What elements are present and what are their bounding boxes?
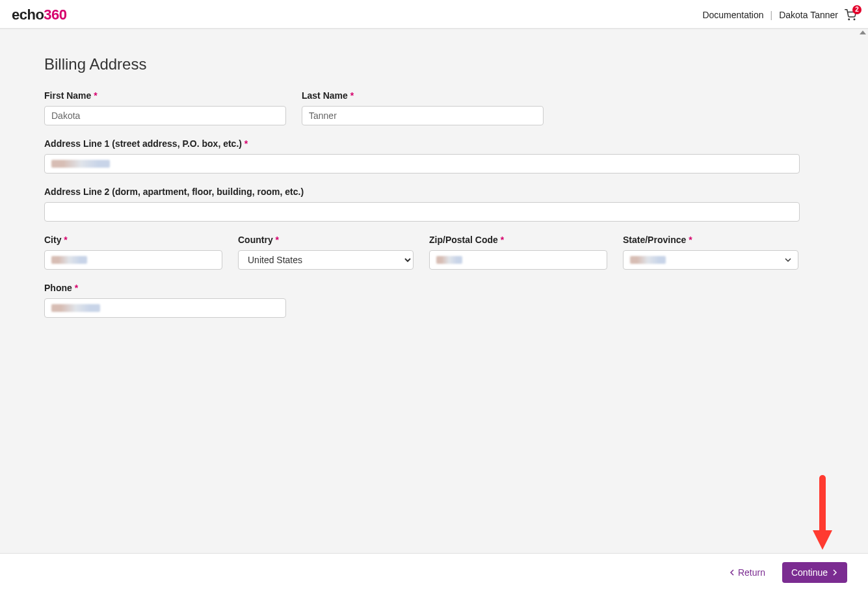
chevron-left-icon <box>729 569 735 576</box>
state-label-text: State/Province <box>623 235 686 245</box>
field-city: City * <box>44 235 222 270</box>
row-city-country-zip-state: City * Country * United States Zip/Posta… <box>44 235 824 270</box>
logo-text-echo: echo <box>12 6 44 23</box>
row-address2: Address Line 2 (dorm, apartment, floor, … <box>44 187 824 222</box>
field-country: Country * United States <box>238 235 414 270</box>
top-bar: echo360 Documentation | Dakota Tanner 2 <box>0 0 868 29</box>
cart-badge: 2 <box>852 5 861 14</box>
return-button[interactable]: Return <box>729 567 765 578</box>
logo[interactable]: echo360 <box>12 6 67 23</box>
field-address2: Address Line 2 (dorm, apartment, floor, … <box>44 187 800 222</box>
country-label-text: Country <box>238 235 273 245</box>
address1-input[interactable] <box>44 154 800 174</box>
zip-label: Zip/Postal Code * <box>429 235 607 245</box>
arrow-annotation <box>809 475 835 553</box>
topbar-right: Documentation | Dakota Tanner 2 <box>702 9 856 21</box>
state-select[interactable] <box>623 250 798 270</box>
field-phone: Phone * <box>44 283 286 318</box>
required-mark: * <box>64 235 67 245</box>
footer-bar: Return Continue <box>0 554 868 591</box>
redacted-value <box>51 160 110 168</box>
field-zip: Zip/Postal Code * <box>429 235 607 270</box>
separator: | <box>770 10 773 20</box>
documentation-link[interactable]: Documentation <box>702 10 763 20</box>
country-label: Country * <box>238 235 414 245</box>
return-label: Return <box>738 567 765 578</box>
chevron-down-icon <box>785 257 791 263</box>
svg-point-0 <box>848 19 850 20</box>
last-name-input[interactable] <box>302 106 544 125</box>
phone-input[interactable] <box>44 298 286 318</box>
svg-point-1 <box>854 19 855 20</box>
required-mark: * <box>276 235 279 245</box>
user-name[interactable]: Dakota Tanner <box>779 10 838 20</box>
field-state: State/Province * <box>623 235 798 270</box>
address2-input[interactable] <box>44 202 800 222</box>
redacted-value <box>51 256 87 264</box>
continue-button[interactable]: Continue <box>782 562 847 583</box>
required-mark: * <box>244 138 248 149</box>
address2-label-text: Address Line 2 (dorm, apartment, floor, … <box>44 187 304 197</box>
address2-label: Address Line 2 (dorm, apartment, floor, … <box>44 187 800 197</box>
chevron-right-icon <box>832 569 838 576</box>
continue-label: Continue <box>791 567 828 578</box>
redacted-value <box>630 256 666 264</box>
row-address1: Address Line 1 (street address, P.O. box… <box>44 138 824 174</box>
first-name-label: First Name * <box>44 90 286 101</box>
address1-label-text: Address Line 1 (street address, P.O. box… <box>44 138 242 149</box>
last-name-label-text: Last Name <box>302 90 348 101</box>
phone-label-text: Phone <box>44 283 72 293</box>
zip-label-text: Zip/Postal Code <box>429 235 498 245</box>
first-name-label-text: First Name <box>44 90 91 101</box>
page-title: Billing Address <box>44 55 824 73</box>
address1-label: Address Line 1 (street address, P.O. box… <box>44 138 800 149</box>
content-area: Billing Address First Name * Last Name *… <box>0 29 868 554</box>
cart-button[interactable]: 2 <box>845 9 856 21</box>
redacted-value <box>436 256 462 264</box>
zip-input[interactable] <box>429 250 607 270</box>
logo-text-360: 360 <box>44 6 66 23</box>
scroll-up-indicator <box>860 31 866 34</box>
city-label: City * <box>44 235 222 245</box>
required-mark: * <box>75 283 78 293</box>
row-name: First Name * Last Name * <box>44 90 824 125</box>
required-mark: * <box>94 90 97 101</box>
redacted-value <box>51 304 100 312</box>
required-mark: * <box>501 235 504 245</box>
field-last-name: Last Name * <box>302 90 544 125</box>
last-name-label: Last Name * <box>302 90 544 101</box>
city-label-text: City <box>44 235 61 245</box>
row-phone: Phone * <box>44 283 824 318</box>
required-mark: * <box>350 90 354 101</box>
phone-label: Phone * <box>44 283 286 293</box>
state-label: State/Province * <box>623 235 798 245</box>
country-select[interactable]: United States <box>238 250 414 270</box>
city-input[interactable] <box>44 250 222 270</box>
field-address1: Address Line 1 (street address, P.O. box… <box>44 138 800 174</box>
required-mark: * <box>689 235 692 245</box>
field-first-name: First Name * <box>44 90 286 125</box>
first-name-input[interactable] <box>44 106 286 125</box>
